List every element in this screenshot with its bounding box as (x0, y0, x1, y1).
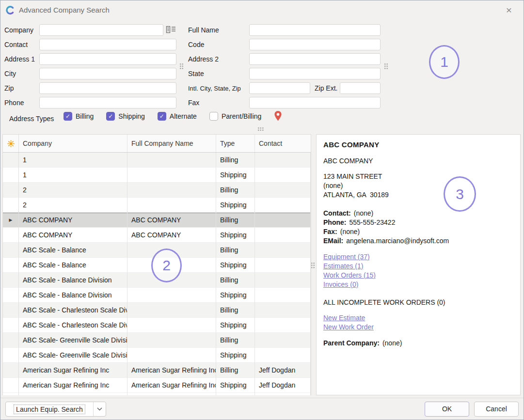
cell-type[interactable]: Shipping (216, 288, 255, 303)
fax-input[interactable] (249, 97, 381, 109)
table-row[interactable]: ABC Scale - Charlesteon Scale DiviShippi… (3, 318, 311, 333)
cell-type[interactable]: Shipping (216, 228, 255, 243)
splitter-grip[interactable] (311, 262, 315, 269)
cell-contact[interactable]: Jeff Dogdan (255, 363, 311, 378)
cell-contact[interactable]: Jeff Dogdan (255, 378, 311, 393)
table-row[interactable]: ABC Scale - Charlesteon Scale DiviBillin… (3, 303, 311, 318)
table-row[interactable]: ABC Scale - Balance DivisionBilling (3, 273, 311, 288)
cell-contact[interactable] (255, 198, 311, 213)
row-selector[interactable] (3, 333, 19, 348)
cell-type[interactable]: Billing (216, 213, 255, 228)
checkbox-shipping[interactable]: ✓Shipping (106, 112, 145, 121)
location-pin-icon[interactable] (274, 110, 282, 122)
address1-input[interactable] (39, 53, 176, 65)
row-selector[interactable] (3, 363, 19, 378)
address2-input[interactable] (249, 53, 381, 65)
row-selector[interactable] (3, 348, 19, 363)
cell-full_company_name[interactable] (127, 303, 216, 318)
cell-type[interactable]: Billing (216, 303, 255, 318)
cell-company[interactable]: 2 (19, 183, 127, 198)
zip-ext-input[interactable] (340, 82, 381, 94)
row-selector[interactable] (3, 198, 19, 213)
row-selector[interactable] (3, 183, 19, 198)
cell-full_company_name[interactable] (127, 273, 216, 288)
launch-equip-search-button[interactable]: Launch Equip. Search (5, 402, 106, 417)
close-icon[interactable]: × (503, 4, 515, 16)
company-lookup-icon[interactable] (166, 25, 176, 35)
cell-type[interactable]: Shipping (216, 318, 255, 333)
row-selector[interactable] (3, 303, 19, 318)
cell-company[interactable]: American Sugar Refining Inc (19, 363, 127, 378)
cell-full_company_name[interactable] (127, 318, 216, 333)
row-selector[interactable] (3, 318, 19, 333)
cell-contact[interactable] (255, 153, 311, 168)
cell-full_company_name[interactable]: American Sugar Refining Inc (127, 363, 216, 378)
chevron-down-icon[interactable] (93, 402, 106, 416)
cell-full_company_name[interactable] (127, 258, 216, 273)
link-new-work-order[interactable]: New Work Order (323, 323, 513, 332)
link-equipment-37[interactable]: Equipment (37) (323, 252, 513, 262)
table-row[interactable]: American Sugar Refining IncAmerican Suga… (3, 363, 311, 378)
cell-full_company_name[interactable] (127, 168, 216, 183)
checkbox-parent-billing[interactable]: Parent/Billing (209, 112, 262, 121)
cell-contact[interactable] (255, 213, 311, 228)
zip-input[interactable] (39, 82, 176, 94)
table-row[interactable]: 1Billing (3, 153, 311, 168)
cell-contact[interactable] (255, 183, 311, 198)
cell-contact[interactable] (255, 333, 311, 348)
splitter-grip[interactable] (384, 63, 388, 70)
splitter-grip[interactable] (257, 127, 264, 131)
cell-type[interactable]: Billing (216, 273, 255, 288)
link-estimates-1[interactable]: Estimates (1) (323, 262, 513, 271)
cell-type[interactable]: Shipping (216, 198, 255, 213)
table-row[interactable]: ABC Scale- Greenville Scale DivisioShipp… (3, 348, 311, 363)
cell-full_company_name[interactable]: American Sugar Refining Inc (127, 378, 216, 393)
code-input[interactable] (249, 39, 381, 50)
cancel-button[interactable]: Cancel (474, 402, 519, 417)
cell-contact[interactable] (255, 168, 311, 183)
link-work-orders-15[interactable]: Work Orders (15) (323, 271, 513, 280)
contact-input[interactable] (39, 39, 176, 50)
cell-contact[interactable] (255, 288, 311, 303)
checkbox-box-icon[interactable]: ✓ (158, 112, 166, 121)
cell-company[interactable]: ABC Scale - Balance Division (19, 273, 127, 288)
table-row[interactable]: 1Shipping (3, 168, 311, 183)
cell-company[interactable]: ABC Scale - Balance Division (19, 288, 127, 303)
cell-company[interactable]: American Sugar Refining Inc (19, 378, 127, 393)
cell-contact[interactable] (255, 243, 311, 258)
splitter-grip[interactable] (179, 63, 184, 70)
row-selector[interactable] (3, 273, 19, 288)
cell-full_company_name[interactable] (127, 288, 216, 303)
cell-company[interactable]: 2 (19, 198, 127, 213)
cell-contact[interactable] (255, 348, 311, 363)
column-header-type[interactable]: Type (216, 135, 255, 152)
cell-contact[interactable] (255, 318, 311, 333)
link-invoices-0[interactable]: Invoices (0) (323, 280, 513, 289)
link-new-estimate[interactable]: New Estimate (323, 313, 513, 323)
cell-company[interactable]: ABC Scale - Charlesteon Scale Divi (19, 303, 127, 318)
cell-company[interactable]: ABC Scale- Greenville Scale Divisio (19, 333, 127, 348)
column-header-full-company-name[interactable]: Full Company Name (127, 135, 216, 152)
cell-type[interactable]: Billing (216, 153, 255, 168)
cell-contact[interactable] (255, 228, 311, 243)
cell-type[interactable]: Shipping (216, 348, 255, 363)
row-selector[interactable] (3, 228, 19, 243)
row-selector[interactable] (3, 378, 19, 393)
cell-type[interactable]: Shipping (216, 168, 255, 183)
cell-company[interactable]: ABC COMPANY (19, 228, 127, 243)
cell-full_company_name[interactable] (127, 243, 216, 258)
row-selector[interactable] (3, 153, 19, 168)
cell-company[interactable]: ABC COMPANY (19, 213, 127, 228)
table-row[interactable]: ABC Scale - BalanceBilling (3, 243, 311, 258)
ok-button[interactable]: OK (425, 402, 469, 417)
cell-full_company_name[interactable]: ABC COMPANY (127, 228, 216, 243)
city-input[interactable] (39, 68, 176, 79)
cell-full_company_name[interactable] (127, 153, 216, 168)
table-row[interactable]: ABC Scale - BalanceShipping (3, 258, 311, 273)
table-row[interactable]: 2Billing (3, 183, 311, 198)
phone-input[interactable] (39, 97, 176, 109)
state-input[interactable] (249, 68, 381, 79)
row-selector[interactable] (3, 168, 19, 183)
column-header-contact[interactable]: Contact (255, 135, 311, 152)
table-row[interactable]: ABC COMPANYABC COMPANYShipping (3, 228, 311, 243)
